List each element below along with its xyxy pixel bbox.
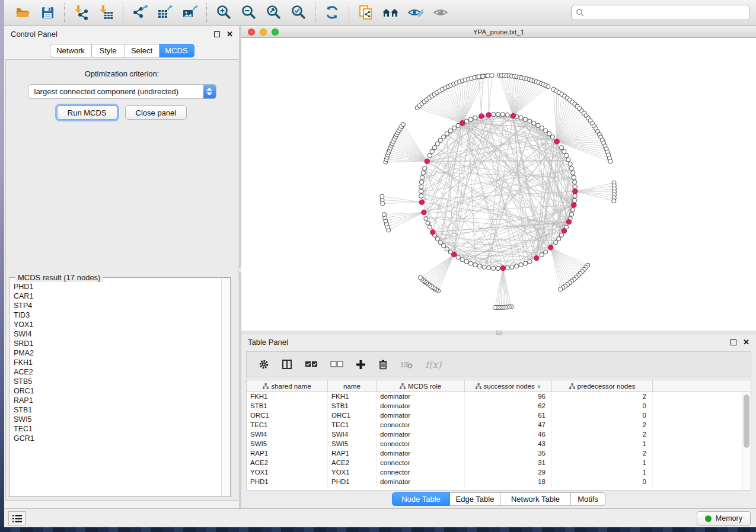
- column-header-name[interactable]: name: [328, 380, 377, 392]
- ring-node[interactable]: [564, 153, 569, 158]
- minimize-window-icon[interactable]: [260, 28, 267, 36]
- ring-node[interactable]: [419, 194, 423, 198]
- ring-node[interactable]: [524, 261, 528, 265]
- leaf-node[interactable]: [559, 287, 563, 291]
- mcds-result-list[interactable]: PHD1CAR1STP4TID3YOX1SWI4SRD1PMA2FKH1ACE2…: [10, 282, 221, 496]
- ring-node[interactable]: [559, 233, 563, 237]
- first-neighbors-button[interactable]: [378, 2, 403, 23]
- mcds-result-item[interactable]: GCR1: [14, 434, 221, 443]
- table-row[interactable]: YOX1YOX1connector291: [247, 468, 742, 477]
- ring-node[interactable]: [445, 247, 449, 251]
- open-file-button[interactable]: [10, 2, 35, 23]
- search-input[interactable]: [587, 8, 745, 17]
- ring-node[interactable]: [544, 250, 548, 254]
- ring-node[interactable]: [456, 255, 460, 259]
- ring-node[interactable]: [438, 241, 442, 245]
- leaf-node[interactable]: [486, 73, 490, 78]
- ring-node[interactable]: [528, 119, 532, 123]
- ring-node[interactable]: [524, 117, 528, 121]
- table-scrollbar-thumb[interactable]: [744, 395, 749, 448]
- ring-node[interactable]: [477, 264, 481, 268]
- table-row[interactable]: SWI4SWI4dominator462: [247, 430, 742, 440]
- mcds-node[interactable]: [572, 203, 576, 207]
- table-row[interactable]: FKH1FKH1dominator962: [247, 392, 742, 402]
- refresh-button[interactable]: [320, 2, 344, 23]
- ring-node[interactable]: [570, 212, 574, 216]
- memory-button[interactable]: Memory: [697, 511, 751, 525]
- zoom-in-button[interactable]: [211, 2, 236, 23]
- search-field[interactable]: [571, 5, 750, 20]
- ring-node[interactable]: [456, 123, 460, 127]
- mcds-result-item[interactable]: ORC1: [14, 386, 221, 396]
- task-history-button[interactable]: [8, 511, 25, 525]
- mcds-result-item[interactable]: RAP1: [14, 396, 221, 405]
- mcds-result-item[interactable]: STP4: [14, 301, 221, 310]
- mcds-result-item[interactable]: TID3: [14, 310, 221, 320]
- select-all-button[interactable]: [305, 361, 318, 368]
- mcds-node[interactable]: [425, 159, 429, 164]
- ring-node[interactable]: [528, 259, 532, 264]
- mcds-result-scrollbar[interactable]: [221, 278, 229, 496]
- mcds-result-item[interactable]: CAR1: [14, 291, 221, 301]
- ring-node[interactable]: [422, 166, 426, 171]
- ring-node[interactable]: [573, 198, 577, 203]
- export-network-button[interactable]: [127, 2, 152, 23]
- ring-node[interactable]: [515, 264, 519, 268]
- ring-node[interactable]: [559, 146, 563, 150]
- ring-node[interactable]: [464, 259, 468, 264]
- table-row[interactable]: SWI5SWI5connector431: [247, 440, 742, 449]
- mcds-node[interactable]: [548, 245, 553, 250]
- ring-node[interactable]: [573, 180, 577, 184]
- mcds-result-item[interactable]: PHD1: [14, 282, 221, 291]
- tab-network[interactable]: Network: [50, 44, 92, 57]
- mcds-node[interactable]: [486, 113, 491, 117]
- leaf-node[interactable]: [380, 194, 384, 198]
- close-table-panel-icon[interactable]: ✕: [743, 339, 749, 345]
- ring-node[interactable]: [492, 113, 496, 117]
- mcds-result-item[interactable]: STB5: [14, 377, 221, 386]
- mcds-result-item[interactable]: STB1: [14, 405, 221, 415]
- ring-node[interactable]: [435, 142, 439, 146]
- mcds-node[interactable]: [534, 256, 539, 261]
- mcds-result-item[interactable]: PMA2: [14, 348, 221, 358]
- ring-node[interactable]: [540, 126, 544, 130]
- table-row[interactable]: ORC1ORC1dominator610: [247, 411, 742, 421]
- mcds-node[interactable]: [460, 121, 465, 126]
- delete-table-button[interactable]: [400, 361, 413, 368]
- ring-node[interactable]: [460, 258, 464, 262]
- show-column-button[interactable]: [282, 359, 292, 370]
- tab-edge-table[interactable]: Edge Table: [450, 492, 500, 506]
- ring-node[interactable]: [532, 121, 536, 125]
- mcds-result-item[interactable]: SWI5: [14, 415, 221, 424]
- ring-node[interactable]: [420, 175, 425, 180]
- ring-node[interactable]: [421, 171, 425, 175]
- zoom-out-button[interactable]: [236, 2, 261, 23]
- hide-graphics-button[interactable]: [403, 2, 428, 23]
- mcds-node[interactable]: [511, 113, 515, 118]
- horizontal-splitter-grip[interactable]: [496, 331, 502, 335]
- ring-node[interactable]: [426, 221, 430, 225]
- mcds-result-item[interactable]: SRD1: [14, 339, 221, 348]
- tab-select[interactable]: Select: [125, 44, 160, 57]
- ring-node[interactable]: [505, 266, 509, 270]
- ring-node[interactable]: [468, 117, 473, 121]
- close-window-icon[interactable]: [248, 28, 255, 36]
- deselect-all-button[interactable]: [330, 361, 343, 368]
- tab-mcds[interactable]: MCDS: [160, 44, 194, 57]
- export-table-button[interactable]: [152, 2, 177, 23]
- mcds-result-item[interactable]: SWI4: [14, 329, 221, 339]
- ring-node[interactable]: [505, 113, 509, 117]
- mcds-result-item[interactable]: YOX1: [14, 320, 221, 329]
- mcds-node[interactable]: [562, 229, 566, 233]
- import-network-button[interactable]: [69, 2, 94, 23]
- import-table-button[interactable]: [94, 2, 119, 23]
- ring-node[interactable]: [428, 153, 432, 158]
- table-row[interactable]: STB1STB1dominator620: [247, 402, 742, 411]
- close-panel-button[interactable]: Close panel: [125, 105, 187, 120]
- ring-node[interactable]: [496, 266, 500, 270]
- mcds-result-item[interactable]: ACE2: [14, 367, 221, 377]
- zoom-selected-button[interactable]: [286, 2, 311, 23]
- ring-node[interactable]: [468, 261, 473, 265]
- ring-node[interactable]: [519, 116, 523, 120]
- mcds-node[interactable]: [419, 200, 424, 204]
